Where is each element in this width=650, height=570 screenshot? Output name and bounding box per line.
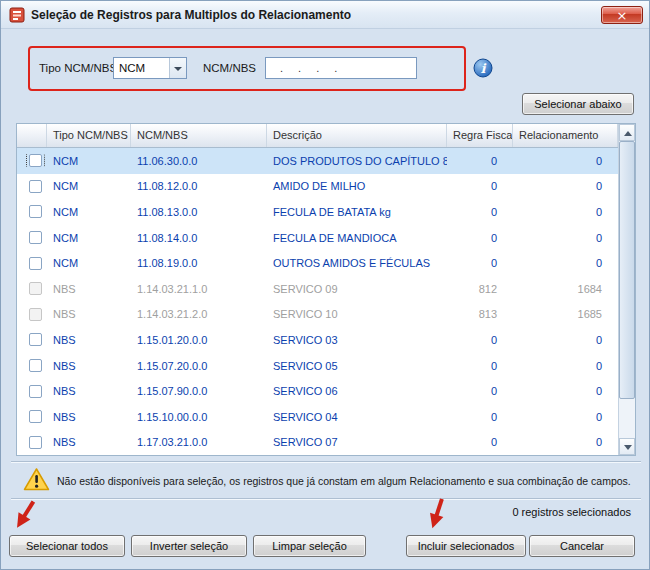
checkbox-cell xyxy=(17,154,47,167)
warning-message: Não estão disponíveis para seleção, os r… xyxy=(57,475,631,487)
close-button[interactable]: × xyxy=(601,6,643,24)
checkbox-cell xyxy=(17,231,47,244)
column-header-ncm-nbs[interactable]: NCM/NBS xyxy=(131,124,267,147)
table-row[interactable]: NCM 11.08.12.0.0 AMIDO DE MILHO 0 0 xyxy=(17,174,618,200)
cell-tipo: NBS xyxy=(47,283,131,295)
cell-tipo: NCM xyxy=(47,180,131,192)
scrollbar-thumb[interactable] xyxy=(619,141,635,399)
cell-relacionamento: 0 xyxy=(513,334,618,346)
table-row[interactable]: NBS 1.15.07.90.0.0 SERVICO 06 0 0 xyxy=(17,378,618,404)
cell-descricao: DOS PRODUTOS DO CAPÍTULO 8 xyxy=(267,155,447,167)
cell-ncm-nbs: 11.08.13.0.0 xyxy=(131,206,267,218)
cell-descricao: SERVICO 06 xyxy=(267,385,447,397)
column-header-relacionamento[interactable]: Relacionamento xyxy=(513,124,618,147)
cell-relacionamento: 0 xyxy=(513,155,618,167)
scroll-up-button[interactable] xyxy=(619,124,635,141)
ncm-nbs-input[interactable] xyxy=(265,57,417,79)
table-row[interactable]: NBS 1.15.07.20.0.0 SERVICO 05 0 0 xyxy=(17,353,618,379)
cell-descricao: OUTROS AMIDOS E FÉCULAS xyxy=(267,257,447,269)
cell-regra-fiscal: 0 xyxy=(447,411,513,423)
info-icon[interactable]: i xyxy=(473,58,493,78)
cell-regra-fiscal: 0 xyxy=(447,232,513,244)
cell-regra-fiscal: 0 xyxy=(447,257,513,269)
tipo-ncm-nbs-select[interactable]: NCM xyxy=(113,57,187,79)
cell-descricao: AMIDO DE MILHO xyxy=(267,180,447,192)
checkbox-cell xyxy=(17,333,47,346)
cell-ncm-nbs: 1.17.03.21.0.0 xyxy=(131,436,267,448)
warning-icon xyxy=(23,467,50,496)
column-header-regra-fiscal[interactable]: Regra Fiscal xyxy=(447,124,513,147)
cell-relacionamento: 0 xyxy=(513,180,618,192)
cell-descricao: FECULA DE BATATA kg xyxy=(267,206,447,218)
cell-tipo: NCM xyxy=(47,206,131,218)
table-row[interactable]: NCM 11.08.13.0.0 FECULA DE BATATA kg 0 0 xyxy=(17,199,618,225)
cell-ncm-nbs: 1.15.10.00.0.0 xyxy=(131,411,267,423)
app-icon xyxy=(9,7,25,23)
title-bar[interactable]: Seleção de Registros para Multiplos do R… xyxy=(1,1,649,29)
cell-relacionamento: 0 xyxy=(513,411,618,423)
row-checkbox[interactable] xyxy=(29,359,42,372)
separator-line xyxy=(11,498,641,500)
window-title: Seleção de Registros para Multiplos do R… xyxy=(31,1,351,29)
table-row[interactable]: NCM 11.08.14.0.0 FECULA DE MANDIOCA 0 0 xyxy=(17,225,618,251)
row-checkbox[interactable] xyxy=(29,231,42,244)
vertical-scrollbar[interactable] xyxy=(618,124,635,455)
row-checkbox xyxy=(29,308,42,321)
cell-regra-fiscal: 0 xyxy=(447,436,513,448)
table-row[interactable]: NBS 1.17.03.21.0.0 SERVICO 07 0 0 xyxy=(17,430,618,456)
invert-selection-button[interactable]: Inverter seleção xyxy=(131,535,247,557)
cell-ncm-nbs: 11.08.19.0.0 xyxy=(131,257,267,269)
checkbox-cell xyxy=(17,205,47,218)
close-icon: × xyxy=(617,8,628,23)
column-header-descricao[interactable]: Descrição xyxy=(267,124,447,147)
checkbox-cell xyxy=(17,282,47,295)
cell-regra-fiscal: 0 xyxy=(447,334,513,346)
cell-regra-fiscal: 813 xyxy=(447,308,513,320)
row-checkbox[interactable] xyxy=(29,385,42,398)
table-row[interactable]: NBS 1.15.10.00.0.0 SERVICO 04 0 0 xyxy=(17,404,618,430)
scroll-down-button[interactable] xyxy=(619,438,635,455)
cell-descricao: SERVICO 09 xyxy=(267,283,447,295)
cell-tipo: NCM xyxy=(47,232,131,244)
cancel-button[interactable]: Cancelar xyxy=(529,535,635,557)
cell-relacionamento: 0 xyxy=(513,257,618,269)
include-selected-button[interactable]: Incluir selecionados xyxy=(406,535,526,557)
select-all-button[interactable]: Selecionar todos xyxy=(9,535,125,557)
row-checkbox[interactable] xyxy=(29,154,42,167)
row-checkbox[interactable] xyxy=(29,436,42,449)
table-row[interactable]: NCM 11.06.30.0.0 DOS PRODUTOS DO CAPÍTUL… xyxy=(17,148,618,174)
triangle-up-icon xyxy=(624,131,632,136)
cell-regra-fiscal: 0 xyxy=(447,180,513,192)
cell-ncm-nbs: 1.15.01.20.0.0 xyxy=(131,334,267,346)
row-checkbox[interactable] xyxy=(29,180,42,193)
row-checkbox[interactable] xyxy=(29,410,42,423)
cell-relacionamento: 1685 xyxy=(513,308,618,320)
row-checkbox[interactable] xyxy=(29,333,42,346)
cell-relacionamento: 1684 xyxy=(513,283,618,295)
select-below-button[interactable]: Selecionar abaixo xyxy=(522,93,634,115)
cell-descricao: FECULA DE MANDIOCA xyxy=(267,232,447,244)
chevron-down-icon xyxy=(169,58,186,78)
clear-selection-button[interactable]: Limpar seleção xyxy=(253,535,366,557)
selected-count: 0 registros selecionados xyxy=(512,506,631,518)
row-checkbox[interactable] xyxy=(29,205,42,218)
table-row[interactable]: NCM 11.08.19.0.0 OUTROS AMIDOS E FÉCULAS… xyxy=(17,250,618,276)
cell-descricao: SERVICO 07 xyxy=(267,436,447,448)
cell-tipo: NBS xyxy=(47,436,131,448)
table-row[interactable]: NBS 1.14.03.21.1.0 SERVICO 09 812 1684 xyxy=(17,276,618,302)
cell-regra-fiscal: 0 xyxy=(447,385,513,397)
row-checkbox[interactable] xyxy=(29,257,42,270)
column-header-tipo[interactable]: Tipo NCM/NBS xyxy=(47,124,131,147)
cell-relacionamento: 0 xyxy=(513,360,618,372)
cell-tipo: NBS xyxy=(47,308,131,320)
table-row[interactable]: NBS 1.15.01.20.0.0 SERVICO 03 0 0 xyxy=(17,327,618,353)
cell-tipo: NBS xyxy=(47,411,131,423)
cell-ncm-nbs: 1.14.03.21.2.0 xyxy=(131,308,267,320)
cell-descricao: SERVICO 05 xyxy=(267,360,447,372)
cell-descricao: SERVICO 03 xyxy=(267,334,447,346)
dialog-window: Seleção de Registros para Multiplos do R… xyxy=(0,0,650,570)
table-row[interactable]: NBS 1.14.03.21.2.0 SERVICO 10 813 1685 xyxy=(17,302,618,328)
table-body: NCM 11.06.30.0.0 DOS PRODUTOS DO CAPÍTUL… xyxy=(17,148,618,455)
cell-ncm-nbs: 11.06.30.0.0 xyxy=(131,155,267,167)
cell-descricao: SERVICO 10 xyxy=(267,308,447,320)
